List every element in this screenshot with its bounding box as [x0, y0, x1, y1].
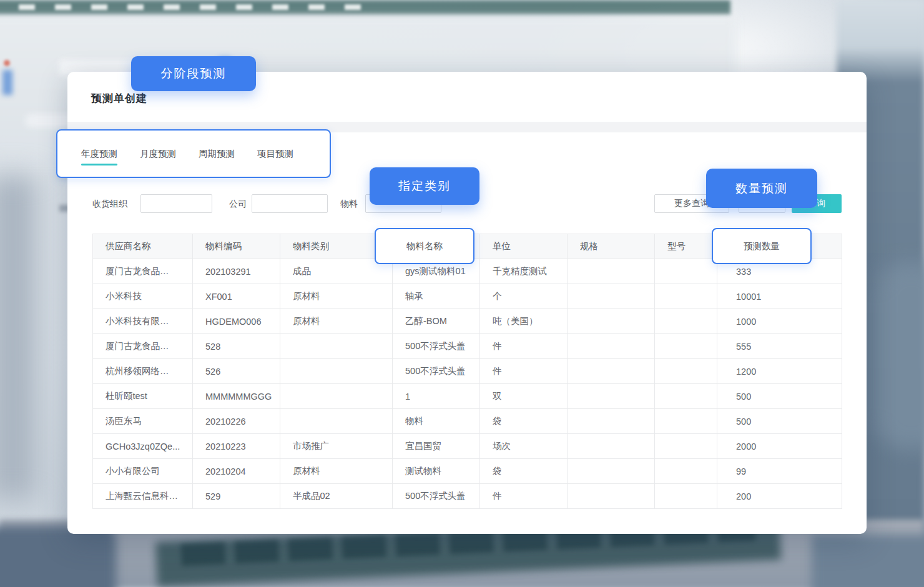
table-row[interactable]: 小小有限公司20210204原材料测试物料袋99: [93, 459, 842, 484]
table-cell: [655, 409, 717, 434]
table-cell: [655, 359, 717, 384]
table-cell: MMMMMMGGG: [193, 384, 280, 409]
table-cell: 杭州移领网络…: [93, 359, 193, 384]
bg-bottom-left-blob: [0, 526, 116, 587]
table-cell: GCHo3Jzq0ZQe...: [93, 434, 193, 459]
table-cell: [655, 459, 717, 484]
table-row[interactable]: GCHo3Jzq0ZQe...20210223市场推广宜昌国贸场次2000: [93, 434, 842, 459]
table-cell: 555: [717, 334, 842, 359]
table-cell: 202103291: [193, 259, 280, 284]
table-cell: 500不浮式头盖: [393, 359, 480, 384]
table-row[interactable]: 杜昕颐testMMMMMMGGG1双500: [93, 384, 842, 409]
forecast-type-tabs-callout: 年度预测 月度预测 周期预测 项目预测: [56, 129, 331, 178]
table-row[interactable]: 厦门古龙食品…528500不浮式头盖件555: [93, 334, 842, 359]
receiving-org-input[interactable]: [140, 194, 212, 213]
forecast-table: 供应商名称 物料编码 物料类别 单位 规格 型号 厦门古龙食品…20210329…: [92, 234, 842, 509]
bg-left-shade: [0, 175, 37, 500]
table-cell: 526: [193, 359, 280, 384]
table-cell: 半成品02: [280, 484, 393, 509]
table-cell: 双: [480, 384, 568, 409]
col-unit: 单位: [480, 234, 568, 259]
table-cell: [568, 459, 655, 484]
table-cell: 10001: [717, 284, 842, 309]
table-cell: 测试物料: [393, 459, 480, 484]
table-cell: 场次: [480, 434, 568, 459]
table-cell: [655, 309, 717, 334]
forecast-qty-header-callout: 预测数量: [712, 228, 812, 264]
table-cell: [655, 259, 717, 284]
table-cell: 原材料: [280, 309, 393, 334]
table-row[interactable]: 杭州移领网络…526500不浮式头盖件1200: [93, 359, 842, 384]
table-cell: HGDEMO006: [193, 309, 280, 334]
page-title: 预测单创建: [91, 91, 147, 106]
table-cell: 小小有限公司: [93, 459, 193, 484]
company-label: 公司: [229, 199, 247, 210]
table-cell: [568, 259, 655, 284]
table-cell: 500不浮式头盖: [393, 334, 480, 359]
table-cell: [280, 334, 393, 359]
table-cell: [568, 309, 655, 334]
quantity-forecast-badge: 数量预测: [706, 169, 817, 208]
table-cell: 500: [717, 409, 842, 434]
table-cell: 20210223: [193, 434, 280, 459]
table-cell: 千克精度测试: [480, 259, 568, 284]
table-cell: [280, 359, 393, 384]
tab-row: 年度预测 月度预测 周期预测 项目预测: [81, 148, 293, 165]
table-cell: 轴承: [393, 284, 480, 309]
table-cell: 1000: [717, 309, 842, 334]
table-cell: 件: [480, 484, 568, 509]
bg-right-blob: [874, 262, 924, 450]
table-cell: 厦门古龙食品…: [93, 334, 193, 359]
company-input[interactable]: [252, 194, 328, 213]
table-cell: [568, 409, 655, 434]
table-cell: 528: [193, 334, 280, 359]
tab-project-forecast[interactable]: 项目预测: [257, 148, 293, 165]
phased-forecast-badge: 分阶段预测: [131, 56, 256, 91]
table-cell: 原材料: [280, 284, 393, 309]
table-cell: 2000: [717, 434, 842, 459]
table-cell: [280, 409, 393, 434]
table-cell: [655, 484, 717, 509]
table-cell: 小米科技: [93, 284, 193, 309]
table-cell: 袋: [480, 409, 568, 434]
table-cell: 汤臣东马: [93, 409, 193, 434]
table-cell: 20210226: [193, 409, 280, 434]
table-cell: 529: [193, 484, 280, 509]
table-cell: [568, 284, 655, 309]
col-material-code: 物料编码: [193, 234, 280, 259]
table-cell: [568, 384, 655, 409]
table-cell: 小米科技有限…: [93, 309, 193, 334]
tab-monthly-forecast[interactable]: 月度预测: [140, 148, 176, 165]
tab-annual-forecast[interactable]: 年度预测: [81, 148, 117, 165]
receiving-org-label: 收货组织: [92, 199, 127, 210]
table-cell: [568, 334, 655, 359]
table-cell: 件: [480, 359, 568, 384]
bg-bottom-right-blob: [812, 535, 924, 587]
table-cell: [655, 284, 717, 309]
bg-menubar-text: [19, 4, 368, 10]
table-cell: 厦门古龙食品…: [93, 259, 193, 284]
table-cell: 99: [717, 459, 842, 484]
table-row[interactable]: 小米科技有限…HGDEMO006原材料乙醇-BOM吨（美国）1000: [93, 309, 842, 334]
specify-category-badge: 指定类别: [370, 167, 479, 205]
table-cell: 件: [480, 334, 568, 359]
tab-periodic-forecast[interactable]: 周期预测: [199, 148, 235, 165]
table-cell: XF001: [193, 284, 280, 309]
table-cell: 200: [717, 484, 842, 509]
table-cell: 上海甄云信息科…: [93, 484, 193, 509]
table-cell: [568, 434, 655, 459]
table-cell: 1200: [717, 359, 842, 384]
table-cell: [280, 384, 393, 409]
table-cell: 个: [480, 284, 568, 309]
table-cell: 500: [717, 384, 842, 409]
table-cell: [655, 434, 717, 459]
table-row[interactable]: 小米科技XF001原材料轴承个10001: [93, 284, 842, 309]
table-row[interactable]: 汤臣东马20210226物料袋500: [93, 409, 842, 434]
table-cell: 物料: [393, 409, 480, 434]
table-cell: 500不浮式头盖: [393, 484, 480, 509]
table-row[interactable]: 上海甄云信息科…529半成品02500不浮式头盖件200: [93, 484, 842, 509]
col-spec: 规格: [568, 234, 655, 259]
table-cell: 杜昕颐test: [93, 384, 193, 409]
table-cell: 原材料: [280, 459, 393, 484]
col-supplier-name: 供应商名称: [93, 234, 193, 259]
